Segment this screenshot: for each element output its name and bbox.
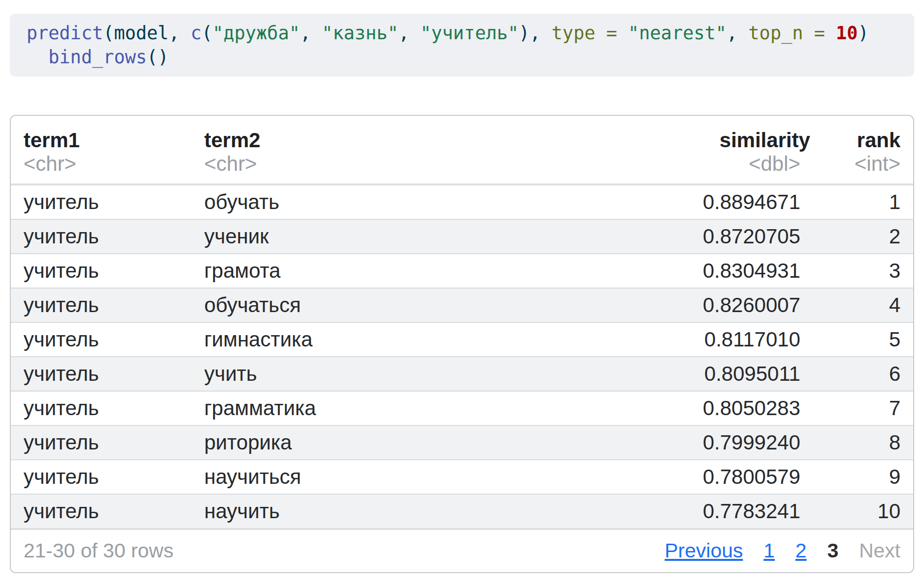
code-token: , — [169, 23, 191, 44]
column-header-similarity: similarity — [661, 116, 823, 152]
cell-similarity: 0.7999240 — [661, 425, 823, 460]
cell-rank: 1 — [823, 185, 913, 219]
code-token — [803, 23, 814, 44]
cell-similarity: 0.8894671 — [661, 185, 823, 219]
cell-term2: учить — [191, 357, 661, 391]
paged-table-widget: term1term2similarityrank<chr><chr><dbl><… — [10, 115, 914, 573]
code-token: ( — [201, 23, 212, 44]
code-token: , — [530, 23, 552, 44]
cell-term1: учитель — [11, 494, 191, 529]
cell-similarity: 0.8304931 — [661, 254, 823, 288]
table-row: учительученик0.87207052 — [11, 219, 913, 254]
cell-similarity: 0.8260007 — [661, 288, 823, 322]
code-token: ) — [519, 23, 530, 44]
r-code: predict(model, c("дружба", "казнь", "учи… — [27, 21, 897, 69]
cell-term1: учитель — [11, 357, 191, 391]
cell-rank: 8 — [823, 425, 913, 460]
cell-term2: обучаться — [191, 288, 661, 322]
cell-term1: учитель — [11, 288, 191, 322]
cell-term1: учитель — [11, 322, 191, 357]
code-token: = — [814, 23, 825, 44]
table-row: учительграмматика0.80502837 — [11, 391, 913, 425]
column-type-similarity: <dbl> — [661, 152, 823, 185]
code-line-2: bind_rows() — [27, 45, 897, 69]
cell-similarity: 0.8720705 — [661, 219, 823, 254]
table-row: учительгимнастика0.81170105 — [11, 322, 913, 357]
notebook-page: predict(model, c("дружба", "казнь", "учи… — [0, 14, 924, 573]
cell-rank: 7 — [823, 391, 913, 425]
cell-similarity: 0.7800579 — [661, 460, 823, 494]
table-row: учительучить0.80950116 — [11, 357, 913, 391]
code-token — [27, 47, 49, 68]
cell-term2: обучать — [191, 185, 661, 219]
column-types-row: <chr><chr><dbl><int> — [11, 152, 913, 185]
cell-similarity: 0.7783241 — [661, 494, 823, 529]
column-type-term2: <chr> — [191, 152, 661, 185]
cell-similarity: 0.8095011 — [661, 357, 823, 391]
cell-rank: 10 — [823, 494, 913, 529]
table-footer: 21-30 of 30 rows Previous123Next — [11, 530, 913, 572]
table-row: учительнаучиться0.78005799 — [11, 460, 913, 494]
r-code-block: predict(model, c("дружба", "казнь", "учи… — [10, 14, 914, 77]
cell-rank: 4 — [823, 288, 913, 322]
column-header-term2: term2 — [191, 116, 661, 152]
table-body: учительобучать0.88946711учительученик0.8… — [11, 185, 913, 529]
cell-term1: учитель — [11, 254, 191, 288]
cell-term2: гимнастика — [191, 322, 661, 357]
code-token: , — [727, 23, 749, 44]
code-token: "учитель" — [420, 23, 518, 44]
cell-term2: ученик — [191, 219, 661, 254]
table-header: term1term2similarityrank<chr><chr><dbl><… — [11, 116, 913, 185]
cell-term1: учитель — [11, 219, 191, 254]
table-row: учительобучаться0.82600074 — [11, 288, 913, 322]
code-token: predict — [27, 23, 103, 44]
code-token: 10 — [836, 23, 858, 44]
cell-term2: грамматика — [191, 391, 661, 425]
code-token: "nearest" — [628, 23, 726, 44]
table-row: учительнаучить0.778324110 — [11, 494, 913, 529]
code-token: c — [190, 23, 201, 44]
pagination-2[interactable]: 2 — [795, 539, 807, 562]
code-token: type — [551, 23, 595, 44]
cell-term2: грамота — [191, 254, 661, 288]
code-line-1: predict(model, c("дружба", "казнь", "учи… — [27, 21, 897, 45]
cell-term1: учитель — [11, 391, 191, 425]
table-row: учительграмота0.83049313 — [11, 254, 913, 288]
column-type-term1: <chr> — [11, 152, 191, 185]
code-token: () — [147, 47, 169, 68]
cell-rank: 9 — [823, 460, 913, 494]
column-header-rank: rank — [823, 116, 913, 152]
code-token: , — [300, 23, 322, 44]
column-type-rank: <int> — [823, 152, 913, 185]
pagination-previous[interactable]: Previous — [665, 539, 743, 562]
cell-rank: 6 — [823, 357, 913, 391]
pagination-1[interactable]: 1 — [763, 539, 775, 562]
code-token: bind_rows — [49, 47, 147, 68]
pagination: Previous123Next — [644, 539, 900, 562]
code-token — [595, 23, 606, 44]
code-token: model — [114, 23, 168, 44]
cell-similarity: 0.8117010 — [661, 322, 823, 357]
cell-term1: учитель — [11, 460, 191, 494]
cell-term1: учитель — [11, 185, 191, 219]
results-table: term1term2similarityrank<chr><chr><dbl><… — [11, 116, 913, 530]
pagination-3: 3 — [827, 539, 839, 562]
cell-term2: риторика — [191, 425, 661, 460]
cell-term2: научиться — [191, 460, 661, 494]
column-names-row: term1term2similarityrank — [11, 116, 913, 152]
rows-info-label: 21-30 of 30 rows — [24, 539, 173, 562]
cell-rank: 5 — [823, 322, 913, 357]
code-token: ( — [103, 23, 114, 44]
cell-rank: 2 — [823, 219, 913, 254]
code-token: "дружба" — [213, 23, 300, 44]
code-token: "казнь" — [322, 23, 399, 44]
cell-similarity: 0.8050283 — [661, 391, 823, 425]
code-token: , — [398, 23, 420, 44]
code-token: top_n — [748, 23, 803, 44]
code-token: ) — [858, 23, 869, 44]
pagination-next: Next — [859, 539, 900, 562]
code-token: = — [606, 23, 617, 44]
table-row: учительриторика0.79992408 — [11, 425, 913, 460]
code-token — [617, 23, 628, 44]
cell-rank: 3 — [823, 254, 913, 288]
